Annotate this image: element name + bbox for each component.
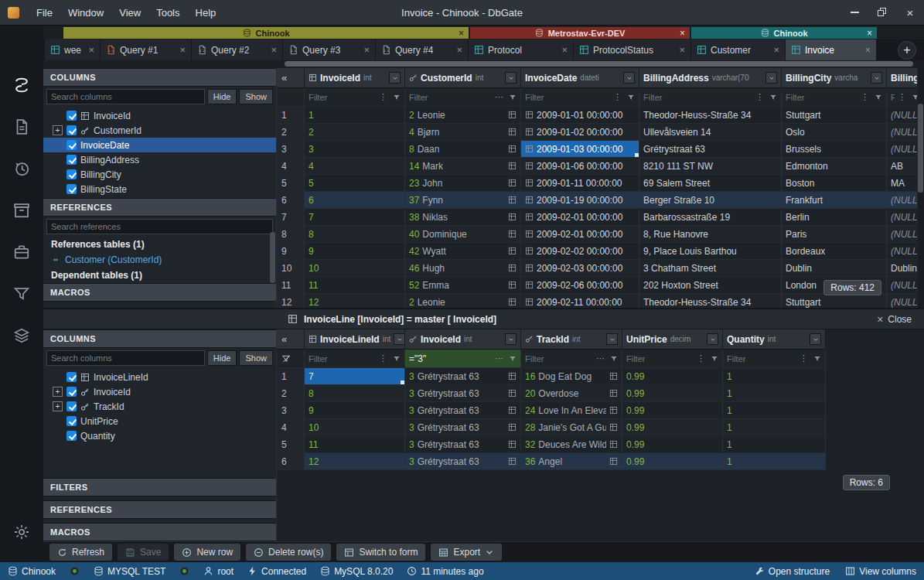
references-section-header[interactable]: REFERENCES [43,500,276,519]
cell-unitprice[interactable]: 0.99 [622,368,723,385]
menu-file[interactable]: File [29,5,60,21]
cell-customerid[interactable]: 40Dominique [405,226,521,243]
close-group-icon[interactable]: × [680,28,685,39]
show-button[interactable]: Show [239,89,273,104]
cell-customerid[interactable]: 23John [405,175,521,192]
cell-customerid[interactable]: 8Daan [405,141,521,158]
cell-billingcity[interactable]: Stuttgart [782,107,887,124]
cell-invoicedate[interactable]: 2009-01-01 00:00:00 [521,107,639,124]
cell-customerid[interactable]: 2Leonie [405,107,521,124]
cell-trackid[interactable]: 24Love In An Elevator [521,402,622,419]
tab-customer[interactable]: Customer× [691,39,786,60]
checkbox-checked[interactable] [66,111,77,121]
columns-section-header[interactable]: COLUMNS [43,329,276,348]
checkbox-checked[interactable] [66,372,77,382]
cell-customerid[interactable]: 42Wyatt [405,243,521,260]
column-header-billingcity[interactable]: BillingCityvarcha [782,68,887,88]
row-number[interactable]: 5 [277,436,305,453]
cell-billingaddress[interactable]: 9, Place Louis Barthou [639,243,782,260]
vertical-scrollbar[interactable] [917,68,924,308]
maximize-button[interactable] [868,2,896,22]
checkbox-checked[interactable] [66,184,77,194]
cell-unitprice[interactable]: 0.99 [622,402,723,419]
cell-invoicedate[interactable]: 2009-01-06 00:00:00 [521,158,639,175]
filter-menu-icon[interactable]: ⋮ [861,92,870,102]
row-number[interactable]: 1 [277,368,305,385]
column-dropdown-icon[interactable] [623,72,635,84]
cell-trackid[interactable]: 36Angel [521,453,622,470]
cell-invoicedate[interactable]: 2009-01-02 00:00:00 [521,124,639,141]
status-open-structure[interactable]: Open structure [755,566,830,577]
checkbox-checked[interactable] [66,155,77,165]
filter-menu-icon[interactable]: ⋮ [379,92,388,102]
cell-billingaddress[interactable]: Theodor-Heuss-Straße 34 [639,107,782,124]
cell-invoicedate[interactable]: 2009-01-03 00:00:00 [521,141,639,158]
filter-menu-icon[interactable]: ⋯ [596,353,605,363]
cell-unitprice[interactable]: 0.99 [622,436,723,453]
close-tab-icon[interactable]: × [864,44,871,56]
macros-section-header[interactable]: MACROS [43,523,276,541]
column-header-billingaddress[interactable]: BillingAddressvarchar(70 [639,68,782,88]
cell-billingaddress[interactable]: Berger Straße 10 [639,192,782,209]
row-number[interactable]: 3 [277,402,305,419]
close-tab-icon[interactable]: × [561,44,568,56]
filter-icon[interactable] [0,273,43,315]
menu-help[interactable]: Help [188,5,224,21]
layers-icon[interactable] [0,315,43,357]
cell-billingaddress[interactable]: 8, Rue Hanovre [639,226,782,243]
menu-view[interactable]: View [111,5,148,21]
status-connected[interactable]: Connected [247,566,306,577]
columns-section-header[interactable]: COLUMNS [43,68,276,87]
column-item-billingcity[interactable]: BillingCity [43,167,276,182]
cell-invoicedate[interactable]: 2009-01-11 00:00:00 [521,175,639,192]
vertical-scrollbar-thumb[interactable] [918,104,923,193]
search-columns-input[interactable] [46,89,205,104]
column-dropdown-icon[interactable] [505,72,517,84]
search-references-input[interactable] [46,219,273,234]
cell-unitprice[interactable]: 0.99 [622,385,723,402]
checkbox-checked[interactable] [66,387,77,397]
macros-section-header[interactable]: MACROS [43,283,276,302]
tab-group-chinook-0[interactable]: Chinook× [63,27,469,39]
row-number[interactable]: 7 [277,209,305,226]
collapse-left-panel-button[interactable]: « [277,329,305,350]
column-dropdown-icon[interactable] [871,72,882,84]
column-dropdown-icon[interactable] [606,333,618,345]
row-number[interactable]: 10 [277,260,305,277]
column-item-billingaddress[interactable]: BillingAddress [43,152,276,167]
cell-invoiceid[interactable]: 3Grétrystraat 63 [405,436,521,453]
references-section-header[interactable]: REFERENCES [43,198,276,217]
column-header-invoicelineid[interactable]: InvoiceLineIdint [305,329,405,350]
row-number[interactable]: 2 [277,385,305,402]
close-tab-icon[interactable]: × [271,44,277,56]
cell-invoiceid[interactable]: 3Grétrystraat 63 [405,453,521,470]
cell-trackid[interactable]: 32Deuces Are Wild [521,436,622,453]
delete-row-s-button[interactable]: Delete row(s) [246,544,331,561]
cell-billingaddress[interactable]: 3 Chatham Street [639,260,782,277]
filter-menu-icon[interactable]: ⋯ [495,92,504,102]
cell-invoiceid[interactable]: 8 [305,226,405,243]
row-number[interactable]: 11 [277,277,305,294]
column-item-quantity[interactable]: Quantity [43,428,276,443]
cell-invoicedate[interactable]: 2009-02-02 00:00:00 [521,243,639,260]
checkbox-checked[interactable] [66,416,77,426]
column-item-invoiceid[interactable]: InvoiceId [43,108,276,123]
filter-invoicelineid[interactable]: Filter⋮ [305,350,405,368]
cell-billingcity[interactable]: Oslo [782,124,887,141]
cell-quantity[interactable]: 1 [723,385,826,402]
cell-invoiceid[interactable]: 3Grétrystraat 63 [405,402,521,419]
column-item-invoicelineid[interactable]: InvoiceLineId [43,370,276,384]
row-number[interactable]: 6 [277,453,305,470]
filters-section-header[interactable]: FILTERS [43,478,276,496]
cell-billingcity[interactable]: Stuttgart [782,294,887,308]
clear-filters-button[interactable] [277,350,305,368]
row-number[interactable]: 3 [277,141,305,158]
tab-group-metrostav-evr-dev-1[interactable]: Metrostav-Evr-DEV× [470,27,690,39]
cell-billingaddress[interactable]: Theodor-Heuss-Straße 34 [639,294,782,308]
filter-menu-icon[interactable]: ⋮ [379,353,388,363]
cell-invoiceid[interactable]: 3Grétrystraat 63 [405,419,521,436]
column-dropdown-icon[interactable] [765,72,777,84]
filter-unitprice[interactable]: Filter⋮ [622,350,723,368]
tab-group-chinook-2[interactable]: Chinook× [691,27,877,39]
close-group-icon[interactable]: × [459,28,464,39]
